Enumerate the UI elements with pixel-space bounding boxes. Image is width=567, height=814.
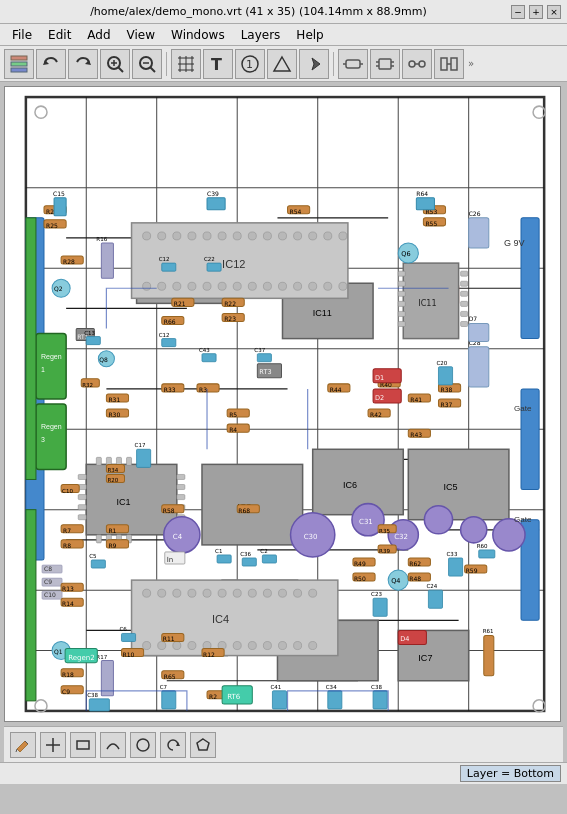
via-button[interactable]: [434, 49, 464, 79]
menu-layers[interactable]: Layers: [233, 26, 289, 44]
zoom-in-button[interactable]: [100, 49, 130, 79]
svg-rect-240: [162, 339, 176, 347]
window-title: /home/alex/demo_mono.vrt (41 x 35) (104.…: [6, 5, 511, 18]
menu-help[interactable]: Help: [288, 26, 331, 44]
svg-rect-279: [398, 271, 405, 276]
pcb-canvas-area[interactable]: IC1 IC2 IC3 IC: [4, 86, 561, 722]
rectangle-button[interactable]: [70, 732, 96, 758]
grid-button[interactable]: [171, 49, 201, 79]
svg-rect-382: [438, 367, 452, 385]
svg-rect-84: [96, 535, 101, 543]
maximize-button[interactable]: +: [529, 5, 543, 19]
svg-point-121: [309, 232, 317, 240]
component-button[interactable]: 1: [235, 49, 265, 79]
close-button[interactable]: ×: [547, 5, 561, 19]
svg-rect-274: [461, 281, 468, 286]
text-icon: T: [208, 54, 228, 74]
layers-tool-button[interactable]: [4, 49, 34, 79]
svg-rect-229: [26, 510, 36, 701]
circle-button[interactable]: [130, 732, 156, 758]
svg-text:1: 1: [41, 366, 45, 373]
svg-point-128: [203, 282, 211, 290]
text-button[interactable]: T: [203, 49, 233, 79]
menu-windows[interactable]: Windows: [163, 26, 233, 44]
window-controls[interactable]: − + ×: [511, 5, 561, 19]
connect-button[interactable]: [402, 49, 432, 79]
svg-text:IC4: IC4: [212, 613, 229, 625]
rotate-button[interactable]: [160, 732, 186, 758]
svg-text:IC11: IC11: [418, 299, 436, 308]
svg-text:IC7: IC7: [418, 653, 432, 663]
undo-button[interactable]: [36, 49, 66, 79]
svg-point-144: [203, 589, 211, 597]
menu-view[interactable]: View: [119, 26, 163, 44]
svg-point-131: [248, 282, 256, 290]
svg-text:C17: C17: [135, 442, 146, 448]
polygon-button[interactable]: [190, 732, 216, 758]
svg-text:Gate: Gate: [514, 515, 532, 524]
zoom-out-button[interactable]: [132, 49, 162, 79]
svg-rect-236: [162, 263, 176, 271]
zoom-in-icon: [105, 54, 125, 74]
svg-text:R68: R68: [238, 507, 250, 514]
svg-point-127: [188, 282, 196, 290]
svg-rect-281: [398, 291, 405, 296]
svg-text:T: T: [211, 55, 222, 74]
svg-rect-386: [86, 337, 100, 345]
svg-point-116: [233, 232, 241, 240]
svg-text:R16: R16: [96, 236, 107, 242]
minimize-button[interactable]: −: [511, 5, 525, 19]
arrow-button[interactable]: [299, 49, 329, 79]
svg-text:C31: C31: [359, 517, 373, 526]
pad-icon: [343, 54, 363, 74]
svg-rect-68: [86, 464, 177, 534]
redo-icon: [73, 54, 93, 74]
svg-rect-289: [101, 243, 113, 278]
menu-edit[interactable]: Edit: [40, 26, 79, 44]
svg-point-31: [409, 61, 415, 67]
svg-text:RT6: RT6: [227, 692, 241, 701]
svg-text:R59: R59: [466, 567, 478, 574]
svg-point-112: [173, 232, 181, 240]
svg-text:R35: R35: [379, 528, 390, 534]
svg-rect-282: [398, 301, 405, 306]
svg-point-154: [173, 641, 181, 649]
svg-point-118: [263, 232, 271, 240]
svg-text:R32: R32: [82, 382, 93, 388]
svg-rect-356: [121, 633, 135, 641]
svg-text:R12: R12: [203, 651, 215, 658]
svg-rect-74: [78, 515, 86, 520]
svg-text:C2: C2: [260, 548, 267, 554]
more-tools-indicator[interactable]: »: [466, 58, 476, 69]
svg-text:C32: C32: [394, 532, 408, 541]
svg-text:IC1: IC1: [116, 497, 130, 507]
svg-text:Gate: Gate: [514, 404, 532, 413]
menu-file[interactable]: File: [4, 26, 40, 44]
svg-text:R25: R25: [46, 222, 58, 229]
menu-add[interactable]: Add: [79, 26, 118, 44]
svg-text:D1: D1: [375, 374, 384, 382]
svg-rect-315: [272, 691, 286, 709]
layers-icon: [9, 54, 29, 74]
svg-rect-83: [127, 457, 132, 465]
cursor-button[interactable]: [40, 732, 66, 758]
svg-text:D2: D2: [375, 394, 384, 402]
triangle-button[interactable]: [267, 49, 297, 79]
svg-rect-284: [398, 321, 405, 326]
svg-text:C41: C41: [270, 684, 281, 690]
svg-rect-354: [91, 560, 105, 568]
svg-text:Q2: Q2: [54, 285, 63, 292]
titlebar: /home/alex/demo_mono.vrt (41 x 35) (104.…: [0, 0, 567, 24]
smd-button[interactable]: [370, 49, 400, 79]
pencil-button[interactable]: [10, 732, 36, 758]
svg-text:RT3: RT3: [259, 368, 271, 376]
svg-text:R41: R41: [410, 396, 422, 403]
redo-button[interactable]: [68, 49, 98, 79]
svg-rect-73: [78, 505, 86, 510]
pad-button[interactable]: [338, 49, 368, 79]
svg-text:R31: R31: [108, 396, 120, 403]
svg-text:C36: C36: [240, 551, 251, 557]
svg-text:R54: R54: [290, 208, 302, 215]
svg-point-163: [309, 641, 317, 649]
arc-button[interactable]: [100, 732, 126, 758]
